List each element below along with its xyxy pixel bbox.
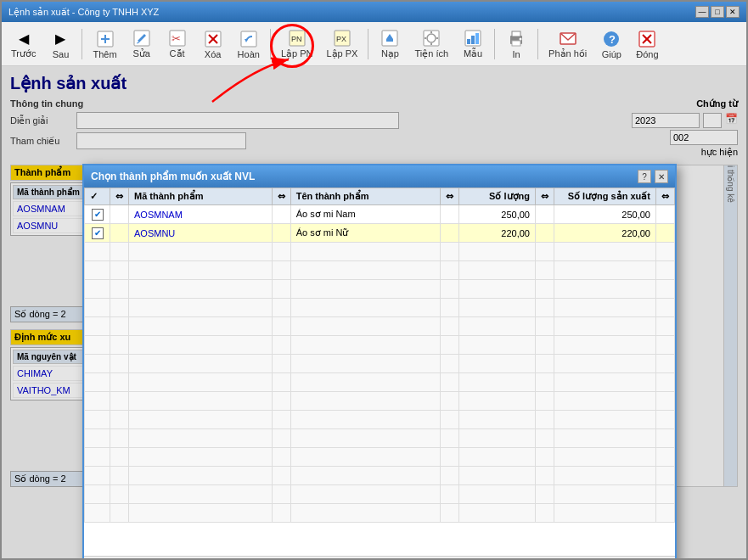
page-content-area: Lệnh sản xuất Thông tin chung Diễn giải …: [2, 66, 746, 558]
col-arrow5: ⇔: [656, 188, 675, 205]
svg-text:?: ?: [609, 33, 616, 46]
table-row-empty: [85, 355, 675, 373]
svg-point-32: [520, 37, 522, 40]
modal-question-btn[interactable]: ?: [638, 170, 651, 183]
edit-icon: [132, 28, 152, 48]
cancel-label: Hoàn: [238, 49, 260, 59]
modal-grid: ✓ ⇔ Mã thành phẩm ⇔ Tên thành phẩm: [84, 188, 675, 556]
table-row-empty: [85, 448, 675, 467]
delete-icon: [203, 29, 223, 49]
toolbar-btn-phan-hoi[interactable]: Phản hồi: [543, 25, 593, 62]
cancel-icon: [239, 29, 259, 49]
dong-label: Đóng: [636, 49, 658, 59]
table-row-empty: [85, 504, 675, 523]
row-so-luong-sx: 250,00: [554, 205, 656, 224]
modal-title-bar: Chọn thành phẩm muốn xuất NVL ? ✕: [84, 165, 675, 188]
in-label: In: [512, 49, 520, 59]
svg-text:PX: PX: [336, 35, 346, 43]
in-icon: [506, 29, 526, 49]
toolbar: ◀ Trước ▶ Sau Thêm Sửa ✂ Cắt: [2, 22, 746, 66]
mau-icon: [463, 28, 483, 48]
toolbar-btn-in[interactable]: In: [499, 26, 533, 62]
main-window: Lệnh sản xuất - Công ty TNHH XYZ — □ ✕ ◀…: [0, 0, 748, 560]
svg-rect-28: [475, 33, 479, 44]
row-ten: Áo sơ mi Nam: [290, 205, 440, 224]
col-arrow2: ⇔: [272, 188, 290, 205]
modal-footer: ✔ Đồng ý 🚫 Hủy bỏ: [84, 556, 675, 558]
table-row[interactable]: ✔AOSMNUÁo sơ mi Nữ220,00220,00: [85, 224, 675, 243]
cut-icon: ✂: [167, 28, 188, 48]
dong-icon: [637, 29, 657, 49]
toolbar-btn-back[interactable]: ◀ Trước: [5, 25, 42, 62]
close-btn[interactable]: ✕: [726, 6, 740, 18]
col-check: ✓: [85, 188, 110, 205]
row-arrow2: [272, 224, 290, 243]
back-icon: ◀: [14, 28, 34, 48]
row-arrow3: [441, 224, 459, 243]
sep5: [537, 29, 538, 59]
row-arrow3: [441, 205, 459, 224]
col-so-luong-sx: Số lượng sản xuất: [554, 188, 656, 205]
col-ma-tp: Mã thành phẩm: [129, 188, 273, 205]
svg-rect-10: [241, 31, 256, 47]
toolbar-btn-add[interactable]: Thêm: [87, 26, 122, 62]
toolbar-btn-edit[interactable]: Sửa: [125, 25, 159, 62]
table-row[interactable]: ✔AOSMNAMÁo sơ mi Nam250,00250,00: [85, 205, 675, 224]
nap-icon: [380, 28, 400, 48]
forward-label: Sau: [53, 49, 70, 59]
table-row-empty: [85, 336, 675, 355]
table-row-empty: [85, 261, 675, 280]
table-row-empty: [85, 299, 675, 317]
delete-label: Xóa: [205, 49, 222, 59]
minimize-btn[interactable]: —: [695, 6, 709, 18]
toolbar-btn-delete[interactable]: Xóa: [196, 26, 230, 62]
lap-px-label: Lập PX: [326, 48, 357, 59]
giup-label: Giúp: [602, 49, 621, 59]
row-arrow: [110, 224, 129, 243]
checkbox-checked[interactable]: ✔: [92, 209, 104, 221]
checkbox-checked[interactable]: ✔: [92, 227, 104, 239]
table-row-empty: [85, 485, 675, 504]
tien-ich-label: Tiện ích: [414, 48, 448, 59]
table-row-empty: [85, 411, 675, 429]
row-so-luong: 220,00: [459, 224, 536, 243]
checkbox-cell[interactable]: ✔: [85, 224, 110, 243]
lap-pn-icon: PN: [287, 28, 307, 48]
back-label: Trước: [11, 48, 36, 59]
checkbox-cell[interactable]: ✔: [85, 205, 110, 224]
row-ma: AOSMNU: [129, 224, 273, 243]
row-arrow4: [536, 205, 554, 224]
lap-px-icon: PX: [332, 28, 352, 48]
modal-table: ✓ ⇔ Mã thành phẩm ⇔ Tên thành phẩm: [84, 188, 675, 523]
restore-btn[interactable]: □: [711, 6, 724, 18]
toolbar-btn-nap[interactable]: Nạp: [373, 25, 407, 62]
toolbar-btn-forward[interactable]: ▶ Sau: [43, 26, 77, 62]
title-bar: Lệnh sản xuất - Công ty TNHH XYZ — □ ✕: [2, 2, 746, 22]
sep3: [368, 29, 368, 59]
toolbar-btn-mau[interactable]: Mẫu: [456, 25, 490, 62]
modal-close-btn[interactable]: ✕: [655, 170, 668, 183]
sep4: [494, 29, 495, 59]
svg-rect-30: [512, 31, 520, 36]
modal-body: ✓ ⇔ Mã thành phẩm ⇔ Tên thành phẩm: [84, 188, 675, 556]
cut-label: Cắt: [170, 48, 185, 59]
sep2: [270, 29, 271, 59]
row-so-luong: 250,00: [459, 205, 536, 224]
table-row-empty: [85, 429, 675, 448]
toolbar-btn-cancel[interactable]: Hoàn: [232, 26, 266, 62]
svg-text:PN: PN: [291, 35, 302, 43]
toolbar-btn-lap-pn[interactable]: PN Lập PN: [275, 25, 319, 62]
toolbar-btn-dong[interactable]: Đóng: [630, 26, 664, 62]
modal-overlay: Chọn thành phẩm muốn xuất NVL ? ✕ ✓: [2, 66, 746, 558]
phan-hoi-label: Phản hồi: [548, 48, 587, 59]
toolbar-btn-cut[interactable]: ✂ Cắt: [160, 25, 194, 62]
svg-rect-31: [512, 41, 520, 46]
toolbar-btn-lap-px[interactable]: PX Lập PX: [320, 25, 363, 62]
svg-rect-26: [467, 39, 470, 44]
toolbar-btn-giup[interactable]: ? Giúp: [594, 26, 628, 62]
toolbar-btn-tien-ich[interactable]: Tiện ích: [408, 25, 454, 62]
table-row-empty: [85, 467, 675, 485]
table-row-empty: [85, 392, 675, 411]
edit-label: Sửa: [132, 48, 149, 59]
mau-label: Mẫu: [464, 48, 482, 59]
